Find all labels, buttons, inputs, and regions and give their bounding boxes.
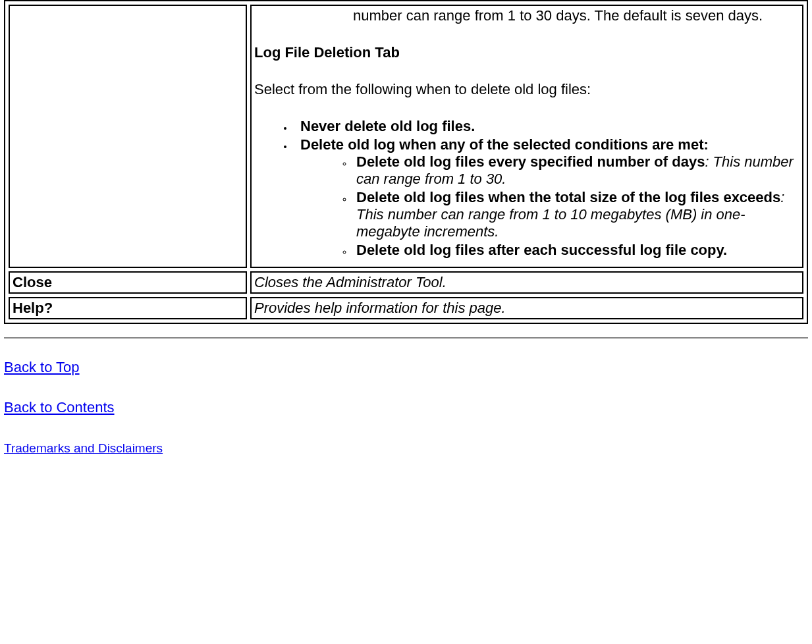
table-row: number can range from 1 to 30 days. The … [9,5,803,268]
divider [4,337,808,339]
back-to-top-link[interactable]: Back to Top [4,359,80,376]
option-label-cell [9,5,247,268]
list-item: Delete old log files when the total size… [353,189,799,240]
sub-item-bold: Delete old log files after each successf… [356,242,723,258]
options-list: Never delete old log files. Delete old l… [254,118,799,259]
sub-item-desc: . [723,242,727,258]
table-row: Close Closes the Administrator Tool. [9,271,803,294]
option-desc-cell: number can range from 1 to 30 days. The … [250,5,803,268]
trademarks-link[interactable]: Trademarks and Disclaimers [4,441,163,456]
table-row: Help? Provides help information for this… [9,297,803,319]
option-desc-cell: Closes the Administrator Tool. [250,271,803,294]
list-item: Delete old log when any of the selected … [294,136,799,259]
item-text: Never delete old log files [300,118,471,134]
option-desc-cell: Provides help information for this page. [250,297,803,319]
list-item: Never delete old log files. [294,118,799,135]
list-item: Delete old log files every specified num… [353,153,799,188]
section-heading: Log File Deletion Tab [254,44,799,61]
section-intro: Select from the following when to delete… [254,81,799,98]
options-table: number can range from 1 to 30 days. The … [4,0,808,324]
fragment-text: number can range from 1 to 30 days. The … [254,7,799,24]
back-to-contents-link[interactable]: Back to Contents [4,399,115,416]
sub-item-bold: Delete old log files when the total size… [356,189,780,205]
list-item: Delete old log files after each successf… [353,242,799,259]
sub-item-bold: Delete old log files every specified num… [356,153,705,170]
option-label-cell: Close [9,271,247,294]
sub-list: Delete old log files every specified num… [300,153,799,259]
option-label-cell: Help? [9,297,247,319]
item-text: Delete old log when any of the selected … [300,136,709,153]
